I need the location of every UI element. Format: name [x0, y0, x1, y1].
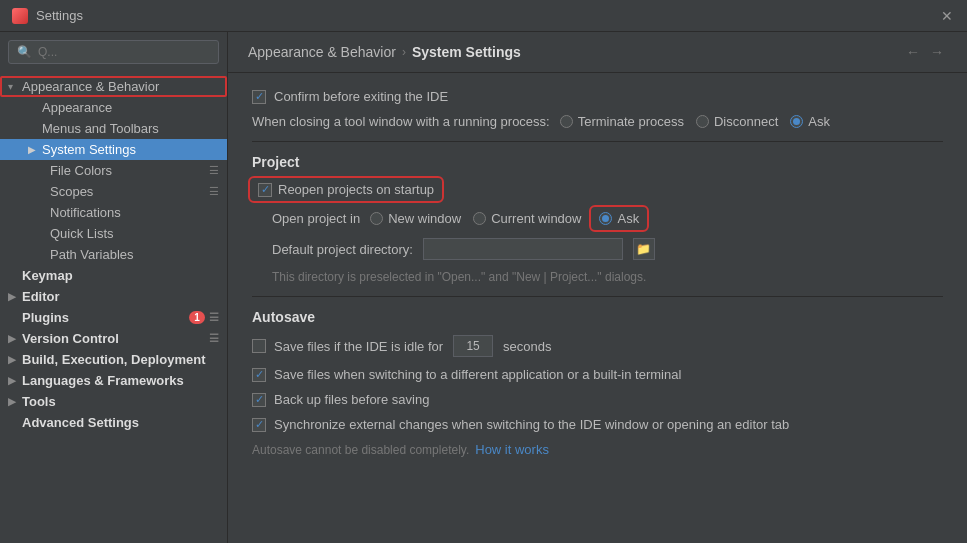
settings-icon: ☰ [209, 185, 219, 198]
current-window-label: Current window [491, 211, 581, 226]
breadcrumb-parent: Appearance & Behavior [248, 44, 396, 60]
arrow-icon: ▶ [8, 354, 22, 365]
disconnect-radio[interactable] [696, 115, 709, 128]
default-project-dir-row: Default project directory: 📁 [252, 238, 943, 260]
arrow-icon: ▶ [8, 333, 22, 344]
current-window-radio[interactable] [473, 212, 486, 225]
reopen-projects-highlight[interactable]: Reopen projects on startup [252, 180, 440, 199]
sidebar-item-appearance[interactable]: Appearance [0, 97, 227, 118]
arrow-icon: ▶ [28, 144, 42, 155]
search-input[interactable] [38, 45, 210, 59]
terminate-radio[interactable] [560, 115, 573, 128]
ask-radio-wrap-1[interactable]: Ask [790, 114, 830, 129]
save-switching-checkbox-wrap[interactable]: Save files when switching to a different… [252, 367, 681, 382]
hint-text: This directory is preselected in "Open..… [252, 270, 943, 284]
sidebar-item-label: File Colors [50, 163, 112, 178]
arrow-icon: ▾ [8, 81, 22, 92]
sync-external-row: Synchronize external changes when switch… [252, 417, 943, 432]
sidebar: 🔍 ▾ Appearance & Behavior Appearance Men… [0, 32, 228, 543]
default-project-dir-input[interactable] [423, 238, 623, 260]
disconnect-radio-wrap[interactable]: Disconnect [696, 114, 778, 129]
close-button[interactable]: ✕ [939, 8, 955, 24]
main-panel: Appearance & Behavior › System Settings … [228, 32, 967, 543]
sidebar-item-keymap[interactable]: Keymap [0, 265, 227, 286]
sidebar-item-notifications[interactable]: Notifications [0, 202, 227, 223]
how-it-works-link[interactable]: How it works [475, 442, 549, 457]
arrow-icon: ▶ [8, 396, 22, 407]
sidebar-item-appearance-behavior[interactable]: ▾ Appearance & Behavior [0, 76, 227, 97]
terminate-radio-wrap[interactable]: Terminate process [560, 114, 684, 129]
sidebar-item-version-control[interactable]: ▶ Version Control ☰ [0, 328, 227, 349]
sidebar-item-path-variables[interactable]: Path Variables [0, 244, 227, 265]
save-idle-row: Save files if the IDE is idle for second… [252, 335, 943, 357]
confirm-exit-row: Confirm before exiting the IDE [252, 89, 943, 104]
confirm-exit-label: Confirm before exiting the IDE [274, 89, 448, 104]
ask-label-1: Ask [808, 114, 830, 129]
disconnect-label: Disconnect [714, 114, 778, 129]
sidebar-item-quick-lists[interactable]: Quick Lists [0, 223, 227, 244]
sidebar-item-scopes[interactable]: Scopes ☰ [0, 181, 227, 202]
sidebar-item-label: Keymap [22, 268, 73, 283]
sync-external-checkbox[interactable] [252, 418, 266, 432]
sync-external-checkbox-wrap[interactable]: Synchronize external changes when switch… [252, 417, 789, 432]
forward-button[interactable]: → [927, 42, 947, 62]
settings-icon: ☰ [209, 164, 219, 177]
sidebar-item-label: Build, Execution, Deployment [22, 352, 205, 367]
sidebar-item-label: Version Control [22, 331, 119, 346]
titlebar: Settings ✕ [0, 0, 967, 32]
new-window-radio[interactable] [370, 212, 383, 225]
nav-arrows: ← → [903, 42, 947, 62]
sidebar-item-languages-frameworks[interactable]: ▶ Languages & Frameworks [0, 370, 227, 391]
divider-1 [252, 141, 943, 142]
sidebar-item-label: Path Variables [50, 247, 134, 262]
save-idle-checkbox[interactable] [252, 339, 266, 353]
closing-radio-group: Terminate process Disconnect Ask [560, 114, 830, 129]
search-icon: 🔍 [17, 45, 32, 59]
settings-body: Confirm before exiting the IDE When clos… [228, 73, 967, 543]
new-window-radio-wrap[interactable]: New window [370, 211, 461, 226]
sidebar-item-label: Plugins [22, 310, 69, 325]
open-project-radio-group: New window Current window Ask [370, 209, 645, 228]
titlebar-controls: ✕ [939, 8, 955, 24]
save-idle-label: Save files if the IDE is idle for [274, 339, 443, 354]
current-window-radio-wrap[interactable]: Current window [473, 211, 581, 226]
confirm-exit-checkbox[interactable] [252, 90, 266, 104]
confirm-exit-checkbox-wrap[interactable]: Confirm before exiting the IDE [252, 89, 448, 104]
open-project-in-row: Open project in New window Current windo… [252, 209, 943, 228]
sidebar-item-label: Languages & Frameworks [22, 373, 184, 388]
default-project-dir-label: Default project directory: [272, 242, 413, 257]
open-project-in-label: Open project in [272, 211, 360, 226]
app-icon [12, 8, 28, 24]
backup-checkbox[interactable] [252, 393, 266, 407]
reopen-projects-checkbox[interactable] [258, 183, 272, 197]
reopen-projects-row: Reopen projects on startup [252, 180, 943, 199]
sidebar-item-tools[interactable]: ▶ Tools [0, 391, 227, 412]
sidebar-item-advanced-settings[interactable]: Advanced Settings [0, 412, 227, 433]
settings-icon: ☰ [209, 332, 219, 345]
backup-checkbox-wrap[interactable]: Back up files before saving [252, 392, 429, 407]
idle-seconds-input[interactable] [453, 335, 493, 357]
sidebar-item-editor[interactable]: ▶ Editor [0, 286, 227, 307]
ask-radio-highlight[interactable]: Ask [593, 209, 645, 228]
search-box[interactable]: 🔍 [8, 40, 219, 64]
backup-row: Back up files before saving [252, 392, 943, 407]
browse-button[interactable]: 📁 [633, 238, 655, 260]
back-button[interactable]: ← [903, 42, 923, 62]
sidebar-item-plugins[interactable]: Plugins 1 ☰ [0, 307, 227, 328]
save-idle-checkbox-wrap[interactable]: Save files if the IDE is idle for [252, 339, 443, 354]
save-switching-checkbox[interactable] [252, 368, 266, 382]
save-switching-row: Save files when switching to a different… [252, 367, 943, 382]
sidebar-item-file-colors[interactable]: File Colors ☰ [0, 160, 227, 181]
closing-tool-window-label: When closing a tool window with a runnin… [252, 114, 550, 129]
autosave-warning-row: Autosave cannot be disabled completely. … [252, 442, 943, 457]
sidebar-item-system-settings[interactable]: ▶ System Settings [0, 139, 227, 160]
ask-label-2: Ask [617, 211, 639, 226]
ask-radio-1[interactable] [790, 115, 803, 128]
sidebar-item-build-execution[interactable]: ▶ Build, Execution, Deployment [0, 349, 227, 370]
ask-radio-2[interactable] [599, 212, 612, 225]
closing-tool-window-row: When closing a tool window with a runnin… [252, 114, 943, 129]
sidebar-item-menus-toolbars[interactable]: Menus and Toolbars [0, 118, 227, 139]
plugin-badge: 1 [189, 311, 205, 324]
breadcrumb-bar: Appearance & Behavior › System Settings … [228, 32, 967, 73]
project-section-header: Project [252, 154, 943, 170]
